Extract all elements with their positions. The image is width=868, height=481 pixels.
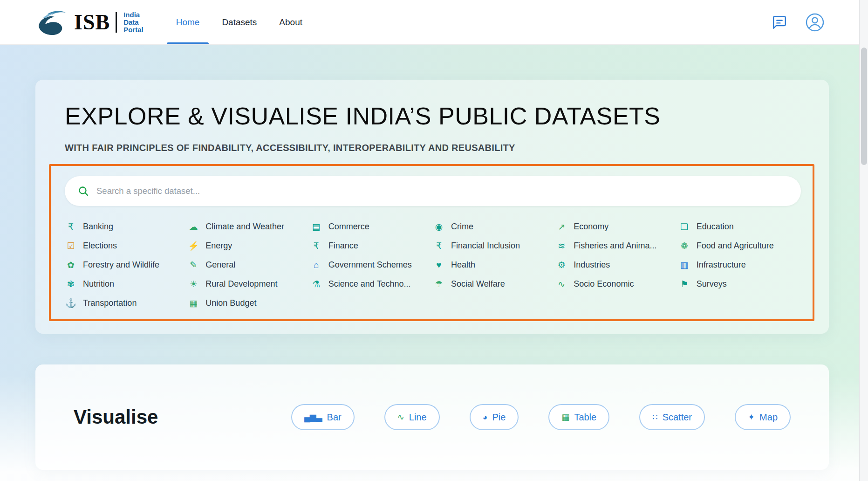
category-finance[interactable]: ₹ Finance: [310, 236, 433, 255]
search-input[interactable]: [96, 186, 788, 196]
cloud-icon: ☁: [187, 222, 199, 231]
isb-wave-logo: [33, 8, 69, 36]
scrollbar[interactable]: [859, 0, 868, 481]
category-education[interactable]: ❏ Education: [678, 217, 801, 236]
category-fisheries-and-animal[interactable]: ≋ Fisheries and Anima...: [555, 236, 678, 255]
category-financial-inclusion[interactable]: ₹ Financial Inclusion: [433, 236, 555, 255]
sunrise-field-icon: ☀: [187, 280, 199, 289]
category-label: Financial Inclusion: [451, 241, 520, 251]
category-social-welfare[interactable]: ☂ Social Welfare: [433, 275, 555, 293]
user-profile-icon[interactable]: [805, 13, 825, 32]
hero-subtitle: WITH FAIR PRINCIPLES OF FINDABILITY, ACC…: [65, 143, 515, 153]
header: ISB India Data Portal Home Datasets Abou…: [0, 0, 859, 45]
nav-item-label: Home: [176, 17, 200, 27]
search-highlight-box: ₹ Banking ☁ Climate and Weather ▤ Commer…: [49, 164, 814, 321]
commerce-monitor-icon: ▤: [310, 222, 322, 231]
category-surveys[interactable]: ⚑ Surveys: [678, 275, 801, 293]
visualise-button-label: Bar: [327, 412, 342, 423]
agriculture-leaf-icon: ❁: [678, 241, 690, 250]
table-icon: ▦: [561, 413, 569, 421]
visualise-table-button[interactable]: ▦ Table: [548, 404, 609, 430]
category-crime[interactable]: ◉ Crime: [433, 217, 555, 236]
category-label: Commerce: [328, 222, 369, 232]
category-forestry-and-wildlife[interactable]: ✿ Forestry and Wildlife: [65, 255, 187, 274]
nav-item-label: Datasets: [222, 17, 257, 27]
finance-rupee-icon: ₹: [310, 241, 322, 250]
paw-icon: ✿: [65, 261, 77, 269]
category-label: Social Welfare: [451, 279, 505, 289]
search-bar[interactable]: [65, 176, 801, 206]
banking-icon: ₹: [65, 222, 77, 231]
category-infrastructure[interactable]: ▥ Infrastructure: [678, 255, 801, 274]
category-label: Banking: [83, 222, 113, 232]
category-label: Union Budget: [205, 298, 256, 308]
visualise-button-label: Pie: [492, 412, 506, 423]
scrollbar-thumb[interactable]: [861, 48, 867, 165]
nav-item-home[interactable]: Home: [167, 0, 209, 44]
category-economy[interactable]: ↗ Economy: [555, 217, 678, 236]
category-label: Economy: [574, 222, 608, 232]
category-label: Socio Economic: [574, 279, 634, 289]
category-health[interactable]: ♥ Health: [433, 255, 555, 274]
category-socio-economic[interactable]: ∿ Socio Economic: [555, 275, 678, 293]
main-nav: Home Datasets About: [167, 0, 312, 44]
infrastructure-building-icon: ▥: [678, 261, 690, 269]
visualise-card: Visualise ▄▆▃ Bar ∿ Line ◕ Pie: [35, 364, 829, 470]
category-energy[interactable]: ⚡ Energy: [187, 236, 310, 255]
category-food-and-agriculture[interactable]: ❁ Food and Agriculture: [678, 236, 801, 255]
logo-abbr: ISB: [74, 10, 110, 34]
category-label: Forestry and Wildlife: [83, 260, 159, 270]
logo-subtitle: India Data Portal: [123, 11, 144, 34]
economy-growth-icon: ↗: [555, 222, 567, 231]
category-elections[interactable]: ☑ Elections: [65, 236, 187, 255]
category-union-budget[interactable]: ▦ Union Budget: [187, 294, 310, 312]
calculator-icon: ▦: [187, 299, 199, 308]
category-government-schemes[interactable]: ⌂ Government Schemes: [310, 255, 433, 274]
category-label: Food and Agriculture: [697, 241, 774, 251]
visualise-button-label: Map: [759, 412, 778, 423]
nutrition-apple-icon: ✾: [65, 280, 77, 289]
pie-chart-icon: ◕: [483, 413, 487, 421]
visualise-pie-button[interactable]: ◕ Pie: [470, 404, 519, 430]
category-nutrition[interactable]: ✾ Nutrition: [65, 275, 187, 293]
category-commerce[interactable]: ▤ Commerce: [310, 217, 433, 236]
page-title: EXPLORE & VISUALISE INDIA’S PUBLIC DATAS…: [65, 102, 661, 130]
header-icons: [772, 13, 825, 32]
line-chart-icon: ∿: [397, 413, 404, 421]
search-icon: [78, 186, 89, 197]
category-general[interactable]: ✎ General: [187, 255, 310, 274]
pencil-icon: ✎: [187, 261, 199, 269]
government-building-icon: ⌂: [310, 261, 322, 269]
category-banking[interactable]: ₹ Banking: [65, 217, 187, 236]
category-label: Education: [697, 222, 734, 232]
category-climate-and-weather[interactable]: ☁ Climate and Weather: [187, 217, 310, 236]
ballot-box-icon: ☑: [65, 241, 77, 250]
feedback-chat-icon[interactable]: [772, 14, 787, 30]
category-industries[interactable]: ⚙ Industries: [555, 255, 678, 274]
category-grid: ₹ Banking ☁ Climate and Weather ▤ Commer…: [65, 217, 801, 312]
health-heart-icon: ♥: [433, 261, 445, 269]
visualise-button-label: Table: [574, 412, 596, 423]
social-welfare-icon: ☂: [433, 280, 445, 289]
category-label: Fisheries and Anima...: [574, 241, 656, 251]
visualise-bar-button[interactable]: ▄▆▃ Bar: [291, 404, 355, 430]
nav-item-datasets[interactable]: Datasets: [212, 0, 266, 44]
visualise-button-label: Scatter: [663, 412, 692, 423]
visualise-line-button[interactable]: ∿ Line: [384, 404, 440, 430]
visualise-map-button[interactable]: ✦ Map: [735, 404, 791, 430]
category-transportation[interactable]: ⚓ Transportation: [65, 294, 187, 312]
category-label: Climate and Weather: [205, 222, 284, 232]
financial-inclusion-icon: ₹: [433, 241, 445, 250]
category-science-and-technology[interactable]: ⚗ Science and Techno...: [310, 275, 433, 293]
category-label: Infrastructure: [697, 260, 746, 270]
visualise-title: Visualise: [74, 406, 158, 428]
visualise-scatter-button[interactable]: ∷ Scatter: [639, 404, 705, 430]
category-label: Finance: [328, 241, 358, 251]
isb-logo[interactable]: ISB India Data Portal: [33, 8, 144, 36]
category-label: Transportation: [83, 298, 137, 308]
category-rural-development[interactable]: ☀ Rural Development: [187, 275, 310, 293]
factory-icon: ⚙: [555, 261, 567, 269]
nav-item-about[interactable]: About: [270, 0, 312, 44]
category-label: General: [205, 260, 235, 270]
fisheries-waves-icon: ≋: [555, 241, 567, 250]
